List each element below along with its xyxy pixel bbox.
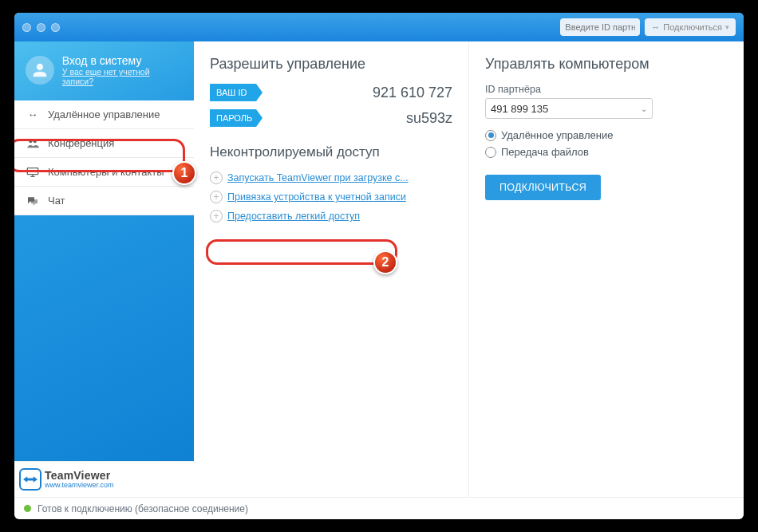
traffic-lights: [22, 23, 60, 32]
login-title: Вход в систему: [62, 54, 183, 67]
connect-button[interactable]: ПОДКЛЮЧИТЬСЯ: [485, 175, 601, 200]
control-heading: Управлять компьютером: [485, 56, 728, 73]
your-id-value[interactable]: 921 610 727: [373, 85, 452, 101]
your-id-tag: ВАШ ID: [210, 84, 263, 101]
brand-name: TeamViewer: [45, 470, 114, 482]
brand-url[interactable]: www.teamviewer.com: [45, 482, 114, 489]
unattended-link-easy-access[interactable]: + Предоставить легкий доступ: [210, 207, 452, 226]
titlebar-connect-button[interactable]: ↔ Подключиться ▾: [645, 18, 736, 36]
nav-chat[interactable]: Чат: [14, 187, 194, 215]
close-dot[interactable]: [22, 23, 31, 32]
password-tag: ПАРОЛЬ: [210, 109, 263, 127]
brand-logo[interactable]: TeamViewer www.teamviewer.com: [19, 468, 114, 491]
nav-label: Чат: [48, 195, 65, 207]
chat-icon: [26, 195, 40, 207]
radio-icon: [485, 130, 496, 141]
password-row: ПАРОЛЬ su593z: [210, 109, 452, 127]
nav-remote-control[interactable]: ↔ Удалённое управление: [14, 100, 194, 129]
plus-icon: +: [210, 210, 223, 223]
svg-rect-2: [27, 167, 38, 174]
sidebar: Вход в систему У вас еще нет учетной зап…: [14, 41, 194, 497]
plus-icon: +: [210, 171, 223, 184]
link-text[interactable]: Привязка устройства к учетной записи: [227, 191, 406, 203]
sidebar-footer: TeamViewer www.teamviewer.com: [14, 461, 194, 497]
unattended-links: + Запускать TeamViewer при загрузке с...…: [210, 168, 452, 226]
partner-id-combo[interactable]: 491 899 135 ⌄: [485, 98, 653, 119]
radio-remote-control[interactable]: Удалённое управление: [485, 127, 728, 144]
partner-id-quick-input[interactable]: [560, 18, 640, 36]
login-subtitle[interactable]: У вас еще нет учетной записи?: [62, 67, 183, 86]
unattended-heading: Неконтролируемый доступ: [210, 144, 452, 160]
content-area: Вход в систему У вас еще нет учетной зап…: [14, 41, 744, 497]
radio-label: Удалённое управление: [501, 129, 613, 141]
teamviewer-icon: [19, 468, 41, 491]
plus-icon: +: [210, 191, 223, 203]
chevron-down-icon: ▾: [725, 23, 729, 31]
your-id-row: ВАШ ID 921 610 727: [210, 84, 452, 101]
link-text[interactable]: Предоставить легкий доступ: [227, 211, 360, 222]
nav-computers-contacts[interactable]: Компьютеры и контакты: [14, 158, 194, 187]
radio-icon: [485, 147, 496, 158]
nav-label: Удалённое управление: [48, 108, 160, 120]
titlebar-connect-label: Подключиться: [663, 22, 722, 32]
swap-icon: ↔: [651, 22, 660, 32]
status-bar: Готов к подключению (безопасное соединен…: [14, 497, 744, 519]
partner-id-value: 491 899 135: [491, 103, 548, 115]
sidebar-nav: ↔ Удалённое управление Конференция Компь…: [14, 100, 194, 215]
status-indicator-icon: [24, 505, 31, 512]
chevron-down-icon: ⌄: [641, 104, 647, 113]
nav-meeting[interactable]: Конференция: [14, 129, 194, 158]
titlebar: ↔ Подключиться ▾: [14, 13, 744, 41]
allow-control-panel: Разрешить управление ВАШ ID 921 610 727 …: [194, 41, 468, 497]
status-text: Готов к подключению (безопасное соединен…: [38, 503, 248, 514]
main-panels: Разрешить управление ВАШ ID 921 610 727 …: [194, 41, 744, 497]
avatar: [26, 56, 54, 85]
nav-label: Компьютеры и контакты: [48, 166, 164, 178]
nav-label: Конференция: [48, 137, 114, 149]
login-block[interactable]: Вход в систему У вас еще нет учетной зап…: [14, 41, 194, 100]
zoom-dot[interactable]: [51, 23, 60, 32]
password-value[interactable]: su593z: [406, 110, 452, 127]
partner-id-label: ID партнёра: [485, 84, 728, 95]
unattended-link-assign[interactable]: + Привязка устройства к учетной записи: [210, 187, 452, 207]
unattended-link-startup[interactable]: + Запускать TeamViewer при загрузке с...: [210, 168, 452, 187]
people-icon: [26, 138, 40, 149]
monitor-icon: [26, 167, 40, 178]
svg-point-0: [29, 140, 32, 143]
app-window: ↔ Подключиться ▾ Вход в систему У вас ещ…: [14, 13, 744, 519]
minimize-dot[interactable]: [37, 23, 45, 32]
radio-file-transfer[interactable]: Передача файлов: [485, 144, 728, 160]
user-icon: [31, 61, 49, 79]
control-computer-panel: Управлять компьютером ID партнёра 491 89…: [468, 41, 744, 497]
allow-heading: Разрешить управление: [210, 56, 452, 73]
radio-label: Передача файлов: [501, 146, 589, 158]
svg-point-1: [34, 140, 37, 143]
swap-icon: ↔: [26, 108, 40, 120]
link-text[interactable]: Запускать TeamViewer при загрузке с...: [227, 172, 409, 183]
